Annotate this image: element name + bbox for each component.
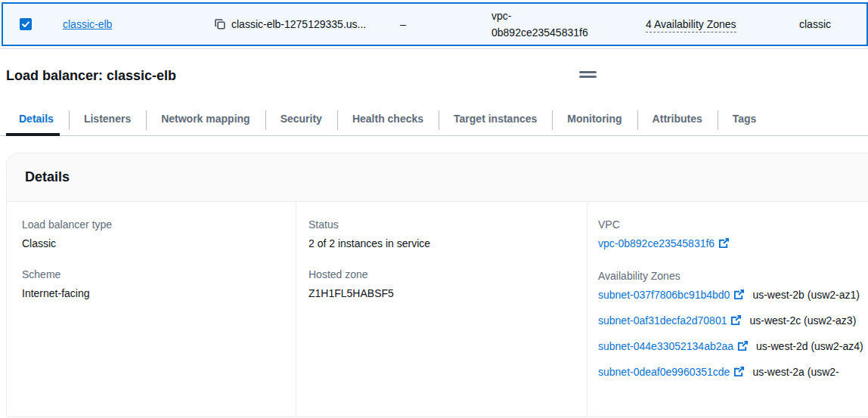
field-label: Load balancer type [22,217,284,232]
external-link-icon [737,339,749,356]
az-zone-text: us-west-2a (usw2- [752,366,839,378]
tab-label: Monitoring [567,113,622,125]
tab-details[interactable]: Details [6,105,69,135]
subnet-link-text: subnet-0af31decfa2d70801 [598,314,727,327]
details-card-header: Details [7,153,868,202]
page-title: Load balancer: classic-elb [6,67,868,84]
tab-label: Target instances [454,113,537,125]
az-zone-text: us-west-2b (usw2-az1) [752,289,860,301]
tab-bar: Details Listeners Network mapping Securi… [0,105,868,136]
az-popover-trigger[interactable]: 4 Availability Zones [646,18,736,33]
field-value: Z1H1FL5HABSF5 [308,285,575,302]
tab-target-instances[interactable]: Target instances [439,105,552,135]
az-zone-text: us-west-2d (usw2-az4) [756,340,863,352]
field-vpc: VPC vpc-0b892ce23545831f6 [598,217,866,253]
subnet-link[interactable]: subnet-044e33052134ab2aa [598,340,749,352]
field-hosted-zone: Hosted zone Z1H1FL5HABSF5 [308,267,575,302]
tab-label: Details [19,113,54,125]
state-cell: – [400,17,491,32]
tab-label: Network mapping [161,113,250,125]
dns-name: classic-elb-1275129335.us... [231,17,366,32]
tab-label: Listeners [84,113,131,125]
type-cell: classic [799,17,867,32]
external-link-icon [730,314,742,330]
az-zone-text: us-west-2c (usw2-az3) [749,314,856,327]
external-link-icon [733,288,745,305]
details-column-2: Status 2 of 2 instances in service Hoste… [296,202,587,416]
external-link-icon [718,237,730,253]
load-balancers-table: classic-elb classic-elb-1275129335.us...… [0,0,868,49]
copy-icon[interactable] [214,18,226,30]
vpc-link[interactable]: vpc-0b892ce23545831f6 [598,237,730,249]
row-checkbox[interactable] [20,18,32,30]
az-list-item: subnet-044e33052134ab2aaus-west-2d (usw2… [598,338,866,356]
subnet-link[interactable]: subnet-0deaf0e9960351cde [598,366,745,378]
drag-handle-icon[interactable] [579,71,597,80]
az-list-item: subnet-0deaf0e9960351cdeus-west-2a (usw2… [598,364,866,382]
tab-monitoring[interactable]: Monitoring [552,105,637,135]
tab-health-checks[interactable]: Health checks [337,105,439,135]
details-card-title: Details [25,169,868,185]
field-value: Classic [22,235,284,252]
check-icon [21,20,30,29]
tab-label: Attributes [653,113,702,125]
tab-tags[interactable]: Tags [718,105,772,135]
tab-attributes[interactable]: Attributes [637,105,718,135]
field-load-balancer-type: Load balancer type Classic [22,217,284,252]
details-card-body: Load balancer type Classic Scheme Intern… [7,202,868,416]
field-value: 2 of 2 instances in service [308,235,575,252]
vpc-link-text: vpc-0b892ce23545831f6 [598,237,715,249]
lb-name-link[interactable]: classic-elb [63,18,112,30]
details-card: Details Load balancer type Classic Schem… [6,153,868,417]
vpc-cell: vpc-0b892ce23545831f6 [491,8,605,41]
subnet-link-text: subnet-044e33052134ab2aa [598,340,733,352]
subnet-link[interactable]: subnet-037f7806bc91b4bd0 [598,289,745,301]
tab-label: Tags [733,113,757,125]
dns-cell: classic-elb-1275129335.us... [214,17,400,32]
tab-security[interactable]: Security [265,105,337,135]
external-link-icon [733,365,745,382]
split-panel: Load balancer: classic-elb Details Liste… [0,67,868,417]
subnet-link-text: subnet-0deaf0e9960351cde [598,366,730,378]
details-column-3: VPC vpc-0b892ce23545831f6 Availability Z… [587,202,868,416]
az-list-item: subnet-0af31decfa2d70801us-west-2c (usw2… [598,312,866,330]
subnet-link[interactable]: subnet-0af31decfa2d70801 [598,314,742,327]
field-availability-zones: Availability Zones subnet-037f7806bc91b4… [598,268,866,382]
field-value: Internet-facing [22,285,284,302]
field-label: Scheme [22,267,284,282]
az-list-item: subnet-037f7806bc91b4bd0us-west-2b (usw2… [598,286,866,305]
tab-label: Security [281,113,322,125]
tab-listeners[interactable]: Listeners [69,105,146,135]
table-row[interactable]: classic-elb classic-elb-1275129335.us...… [2,2,868,46]
name-cell: classic-elb [63,17,214,32]
field-label: VPC [598,217,866,232]
field-label: Hosted zone [308,267,575,282]
field-status: Status 2 of 2 instances in service [308,217,575,252]
az-cell: 4 Availability Zones [646,17,774,32]
checkbox-cell [3,18,63,30]
tab-network-mapping[interactable]: Network mapping [146,105,265,135]
field-scheme: Scheme Internet-facing [22,267,284,302]
details-column-1: Load balancer type Classic Scheme Intern… [7,202,296,416]
subnet-link-text: subnet-037f7806bc91b4bd0 [598,289,730,301]
field-label: Availability Zones [598,268,866,283]
tab-label: Health checks [352,113,423,125]
field-label: Status [308,217,575,232]
